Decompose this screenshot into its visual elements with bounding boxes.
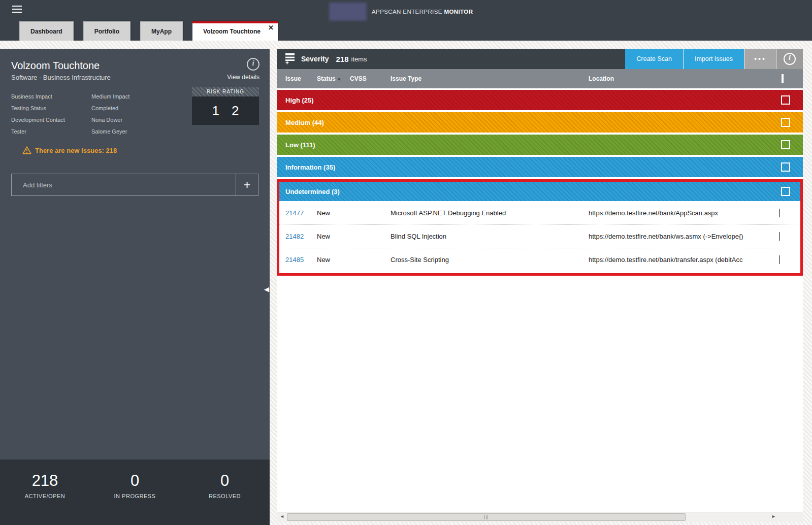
scrollbar-thumb[interactable] bbox=[287, 513, 686, 521]
severity-group-label: High (25) bbox=[285, 96, 314, 104]
group-checkbox[interactable] bbox=[781, 95, 790, 105]
items-count-label: items bbox=[351, 55, 367, 63]
application-fields: Business Impact Medium Impact Testing St… bbox=[11, 90, 129, 137]
import-issues-button[interactable]: Import Issues bbox=[683, 49, 744, 69]
risk-rating-value-2: 2 bbox=[232, 103, 239, 119]
issue-row[interactable]: 21477 New Microsoft ASP.NET Debugging En… bbox=[279, 201, 800, 224]
issue-row[interactable]: 21482 New Blind SQL Injection https://de… bbox=[279, 224, 800, 248]
severity-group-undetermined[interactable]: Undetermined (3) bbox=[279, 182, 800, 201]
column-status-label: Status bbox=[317, 75, 336, 82]
risk-rating: RISK RATING 1 2 bbox=[192, 87, 259, 125]
column-location[interactable]: Location bbox=[589, 75, 782, 82]
view-title: Severity 218 items bbox=[277, 49, 367, 69]
issue-id-link[interactable]: 21485 bbox=[285, 256, 317, 264]
add-filters-input[interactable] bbox=[12, 174, 236, 195]
column-issue-type[interactable]: Issue Type bbox=[391, 75, 589, 82]
severity-group-label: Information (35) bbox=[285, 163, 335, 171]
stat-label: RESOLVED bbox=[180, 493, 270, 499]
new-issues-warning: There are new issues: 218 bbox=[22, 146, 117, 154]
more-actions-button[interactable]: ••• bbox=[744, 49, 776, 69]
severity-group-high[interactable]: High (25) bbox=[277, 90, 803, 110]
severity-group-medium[interactable]: Medium (44) bbox=[277, 112, 803, 133]
severity-view-icon bbox=[285, 53, 295, 64]
table-column-header: Issue Status▼ CVSS Issue Type Location bbox=[277, 69, 803, 88]
tab-myapp[interactable]: MyApp bbox=[140, 21, 183, 41]
scroll-left-arrow-icon[interactable]: ◄ bbox=[280, 514, 284, 519]
app-title: APPSCAN ENTERPRISE MONITOR bbox=[372, 9, 473, 15]
severity-group-low[interactable]: Low (111) bbox=[277, 135, 803, 155]
severity-group-label: Medium (44) bbox=[285, 119, 324, 126]
collapse-panel-arrow-icon[interactable]: ◀ bbox=[264, 285, 269, 293]
field-value: Nona Dower bbox=[91, 117, 129, 123]
items-count: 218 bbox=[336, 55, 348, 63]
hamburger-menu-icon[interactable] bbox=[12, 6, 22, 14]
column-issue[interactable]: Issue bbox=[285, 75, 317, 82]
tab-volzoom-touchtone[interactable]: Volzoom Touchtone ✕ bbox=[192, 21, 278, 41]
row-checkbox[interactable] bbox=[779, 255, 780, 264]
column-cvss[interactable]: CVSS bbox=[350, 75, 391, 82]
stat-value: 0 bbox=[90, 472, 180, 490]
brand: APPSCAN ENTERPRISE MONITOR bbox=[329, 3, 473, 21]
field-label: Development Contact bbox=[11, 117, 91, 123]
tab-bar: Dashboard Portfolio MyApp Volzoom Toucht… bbox=[19, 21, 287, 41]
stat-active-open: 218 ACTIVE/OPEN bbox=[0, 460, 90, 525]
info-icon[interactable]: i bbox=[247, 58, 259, 71]
group-checkbox[interactable] bbox=[781, 140, 790, 149]
issue-stats: 218 ACTIVE/OPEN 0 IN PROGRESS 0 RESOLVED bbox=[0, 460, 270, 525]
sort-descending-icon: ▼ bbox=[337, 77, 341, 82]
view-name: Severity bbox=[301, 55, 329, 63]
column-status[interactable]: Status▼ bbox=[317, 75, 350, 82]
application-title: Volzoom Touchtone bbox=[11, 60, 100, 72]
severity-group-label: Low (111) bbox=[285, 141, 315, 149]
issue-location: https://demo.testfire.net/bank/ws.asmx (… bbox=[589, 233, 779, 240]
tab-dashboard[interactable]: Dashboard bbox=[19, 21, 74, 41]
issues-table-body: High (25) Medium (44) Low (111) Informat… bbox=[277, 88, 803, 512]
tab-label: Volzoom Touchtone bbox=[203, 28, 261, 35]
issue-status: New bbox=[317, 233, 350, 240]
close-tab-icon[interactable]: ✕ bbox=[268, 24, 274, 32]
application-subtitle: Software - Business Infrastructure bbox=[11, 74, 111, 81]
stat-resolved: 0 RESOLVED bbox=[180, 460, 270, 525]
issue-row[interactable]: 21485 New Cross-Site Scripting https://d… bbox=[279, 248, 800, 271]
filter-bar: + bbox=[11, 174, 258, 196]
top-bar: APPSCAN ENTERPRISE MONITOR Dashboard Por… bbox=[0, 0, 812, 41]
field-value: Salome Geyer bbox=[91, 128, 129, 135]
tab-portfolio[interactable]: Portfolio bbox=[83, 21, 131, 41]
view-details-link[interactable]: View details bbox=[227, 74, 259, 81]
warning-triangle-icon bbox=[22, 146, 31, 154]
add-filter-button[interactable]: + bbox=[236, 174, 258, 195]
brand-logo bbox=[329, 3, 367, 21]
issue-location: https://demo.testfire.net/bank/AppScan.a… bbox=[589, 209, 779, 217]
risk-rating-values: 1 2 bbox=[192, 96, 259, 125]
select-all-checkbox[interactable] bbox=[782, 74, 784, 83]
issues-panel-header: Severity 218 items Create Scan Import Is… bbox=[277, 49, 803, 69]
risk-rating-value-1: 1 bbox=[212, 103, 219, 119]
issue-status: New bbox=[317, 256, 350, 264]
group-checkbox[interactable] bbox=[781, 187, 790, 196]
stat-label: IN PROGRESS bbox=[90, 493, 180, 499]
row-checkbox[interactable] bbox=[779, 209, 780, 217]
severity-group-label: Undetermined (3) bbox=[285, 188, 340, 195]
row-checkbox[interactable] bbox=[779, 232, 780, 241]
app-title-regular: APPSCAN ENTERPRISE bbox=[372, 9, 442, 15]
issue-id-link[interactable]: 21477 bbox=[285, 209, 317, 217]
severity-group-information[interactable]: Information (35) bbox=[277, 157, 803, 177]
create-scan-button[interactable]: Create Scan bbox=[625, 49, 683, 69]
stat-label: ACTIVE/OPEN bbox=[0, 493, 90, 499]
issue-id-link[interactable]: 21482 bbox=[285, 233, 317, 240]
new-issues-warning-text: There are new issues: 218 bbox=[35, 147, 117, 154]
group-checkbox[interactable] bbox=[781, 118, 790, 127]
field-value: Medium Impact bbox=[91, 93, 129, 100]
risk-rating-label: RISK RATING bbox=[192, 87, 259, 96]
stat-value: 0 bbox=[180, 472, 270, 490]
scroll-right-arrow-icon[interactable]: ► bbox=[771, 514, 776, 519]
issues-panel: Severity 218 items Create Scan Import Is… bbox=[277, 49, 803, 522]
info-icon: i bbox=[784, 53, 796, 65]
issue-type: Microsoft ASP.NET Debugging Enabled bbox=[391, 209, 589, 217]
field-label: Business Impact bbox=[11, 93, 91, 100]
panel-info-button[interactable]: i bbox=[776, 49, 803, 69]
app-title-bold: MONITOR bbox=[444, 9, 473, 15]
horizontal-scrollbar[interactable]: ◄ ► bbox=[277, 512, 803, 522]
highlighted-undetermined-section: Undetermined (3) 21477 New Microsoft ASP… bbox=[277, 179, 803, 276]
group-checkbox[interactable] bbox=[781, 162, 790, 172]
